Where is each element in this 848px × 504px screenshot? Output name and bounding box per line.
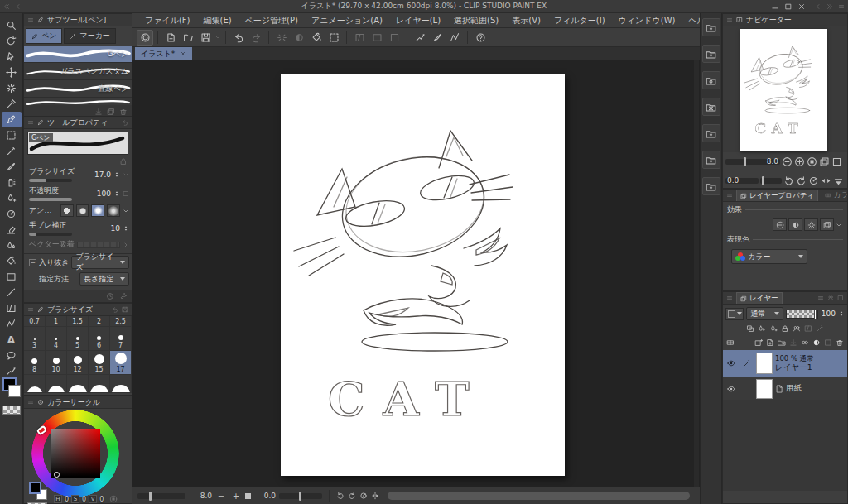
layer-thumbnail[interactable] <box>756 353 773 374</box>
panel-menu-icon[interactable] <box>726 295 733 301</box>
size-cell[interactable]: 15 <box>89 351 110 375</box>
nav-rotate-left-icon[interactable] <box>783 175 794 186</box>
layer-comp-tab-icon[interactable] <box>827 295 834 301</box>
stepper-icon[interactable] <box>838 310 845 317</box>
material-folder-star-icon[interactable] <box>702 151 720 169</box>
material-folder-star-icon[interactable] <box>702 177 720 195</box>
new-vector-layer-icon[interactable] <box>766 338 774 347</box>
material-folder-x-icon[interactable] <box>702 98 720 116</box>
set-as-draft-icon[interactable] <box>816 324 824 333</box>
panel-menu-icon[interactable] <box>726 192 733 199</box>
airbrush-tool[interactable] <box>2 175 22 190</box>
text-tool[interactable]: A <box>2 332 22 348</box>
rotation-slider-handle[interactable] <box>299 492 301 501</box>
navigator-zoom-handle[interactable] <box>744 157 746 166</box>
size-cell-selected[interactable]: 17 <box>110 351 132 375</box>
snap-to-ruler-toggle[interactable] <box>412 30 428 46</box>
subtool-item-line-pen[interactable]: 直線ペン <box>24 80 132 98</box>
layer-opacity-slider[interactable] <box>786 310 818 319</box>
move-layer-tool[interactable] <box>2 65 22 80</box>
menu-window[interactable]: ウィンドウ(W) <box>613 13 682 28</box>
stabilization-slider[interactable] <box>29 233 72 236</box>
layer-thumbnail[interactable] <box>756 379 773 399</box>
line-tool[interactable] <box>2 285 22 300</box>
size-cell[interactable]: 2.5 <box>110 316 132 327</box>
brush-size-dynamics-icon[interactable] <box>123 171 129 178</box>
inout-target-dropdown[interactable]: ブラシサイズ <box>71 256 129 269</box>
snap-special-ruler-button[interactable] <box>369 30 385 46</box>
menu-view[interactable]: 表示(V) <box>506 13 547 28</box>
opacity-slider[interactable] <box>29 198 72 201</box>
collapse-left-dock-icon[interactable] <box>3 3 10 10</box>
save-options-chevron-icon[interactable] <box>214 34 221 41</box>
transparent-color-swatch[interactable] <box>2 406 21 415</box>
expression-color-dropdown[interactable]: カラー <box>731 249 807 264</box>
rotate-canvas-tool[interactable] <box>2 33 22 49</box>
subtool-item-glasspen-custom[interactable]: ガラスペンカスタム <box>24 63 132 80</box>
method-dropdown[interactable]: 長さ指定 <box>80 272 129 286</box>
save-file-button[interactable] <box>197 30 214 46</box>
save-preset-icon[interactable] <box>122 306 128 313</box>
vertical-scrollbar[interactable] <box>694 60 699 487</box>
antialias-strong-button[interactable] <box>107 204 120 217</box>
antialias-none-button[interactable] <box>60 204 74 217</box>
nav-zoom-100-icon[interactable] <box>807 156 817 167</box>
apply-mask-icon[interactable] <box>824 338 832 347</box>
blend-mode-dropdown[interactable]: 通常 <box>746 307 783 320</box>
menu-animation[interactable]: アニメーション(A) <box>306 13 388 28</box>
nav-rotate-right-icon[interactable] <box>796 175 807 186</box>
reference-layer-icon[interactable] <box>758 324 766 333</box>
stroke-history-icon[interactable] <box>106 292 114 300</box>
new-layer-folder-icon[interactable] <box>778 338 786 347</box>
selection-tool[interactable] <box>2 127 22 143</box>
ruler-visibility-icon[interactable] <box>804 324 812 333</box>
layer-search-tab-icon[interactable] <box>817 295 824 301</box>
zoom-out-icon[interactable]: − <box>215 492 227 501</box>
figure-tool[interactable] <box>2 206 22 222</box>
size-cell[interactable]: 3 <box>24 327 46 351</box>
sv-cursor[interactable] <box>54 472 60 478</box>
nav-fit-window-icon[interactable] <box>819 156 830 167</box>
canvas-page[interactable] <box>281 74 565 476</box>
polyline-tool[interactable] <box>2 316 22 332</box>
panel-menu-icon[interactable] <box>27 119 34 126</box>
stepper-icon[interactable] <box>113 171 120 178</box>
size-cell[interactable]: 10 <box>46 351 67 375</box>
layer-name[interactable]: 用紙 <box>786 383 802 394</box>
size-cell[interactable] <box>89 375 110 393</box>
deselect-button[interactable] <box>273 30 290 46</box>
size-cell[interactable]: 1.5 <box>67 316 89 327</box>
fill-button[interactable] <box>308 30 325 46</box>
opacity-dynamics-icon[interactable] <box>123 190 129 197</box>
snap-ruler-button[interactable] <box>351 30 368 46</box>
layer-row-2[interactable]: 用紙 <box>723 377 847 400</box>
nav-zoom-out-icon[interactable] <box>782 156 793 167</box>
stabilization-value[interactable]: 10 <box>102 224 120 233</box>
auto-select-tool[interactable] <box>2 80 22 96</box>
subtool-item-partial[interactable] <box>24 98 132 105</box>
enable-mask-icon[interactable] <box>793 324 801 333</box>
zoom-slider-handle[interactable] <box>149 492 152 501</box>
current-color-swatch[interactable] <box>29 482 41 494</box>
menu-selection[interactable]: 選択範囲(S) <box>448 13 504 28</box>
invert-selection-button[interactable] <box>291 30 307 46</box>
close-tab-icon[interactable] <box>180 50 186 57</box>
decoration-tool[interactable] <box>2 190 22 206</box>
frame-border-tool[interactable] <box>2 300 22 316</box>
subtool-item-gpen[interactable]: Gペン <box>24 46 132 63</box>
help-button[interactable] <box>472 30 489 46</box>
color-mode-toggle-icon[interactable] <box>109 495 118 503</box>
operation-tool[interactable] <box>2 49 22 65</box>
panel-menu-icon[interactable] <box>27 17 34 23</box>
maximize-button[interactable] <box>782 2 795 11</box>
effect-expand-icon[interactable] <box>836 222 842 228</box>
delete-layer-icon[interactable] <box>836 338 844 347</box>
lock-transparent-pixels-icon[interactable] <box>769 324 778 333</box>
zoom-in-icon[interactable]: + <box>230 492 242 501</box>
antialias-weak-button[interactable] <box>76 204 89 217</box>
material-folder-star-icon[interactable] <box>702 45 720 63</box>
brush-size-value[interactable]: 17.0 <box>89 170 111 179</box>
fold-left-panel-icon[interactable] <box>15 3 22 10</box>
new-file-button[interactable] <box>162 30 179 46</box>
subtool-group-pen[interactable]: ペン <box>26 28 62 44</box>
